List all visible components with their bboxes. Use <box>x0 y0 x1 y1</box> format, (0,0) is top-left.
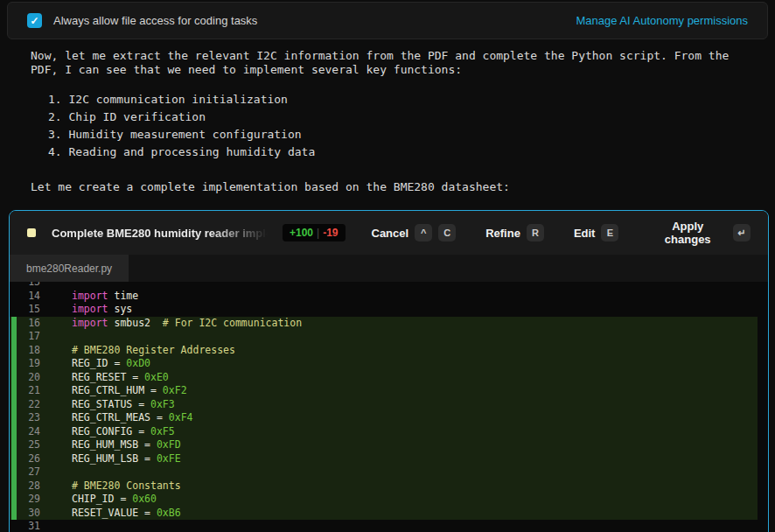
code-line: 23REG_CTRL_MEAS = 0xF4 <box>10 411 758 425</box>
code-text: # BME280 Constants <box>40 480 181 494</box>
line-number: 16 <box>17 317 40 331</box>
tab-row: bme280Reader.py <box>10 255 768 282</box>
code-text: import sys <box>40 303 132 317</box>
apply-changes-button[interactable]: Apply changes ↵ <box>648 220 751 246</box>
diff-stats-badge: +100 | -19 <box>283 224 346 242</box>
line-number: 19 <box>17 357 40 371</box>
permissions-topbar: ✓ Always allow file access for coding ta… <box>7 2 768 39</box>
code-line: 26REG_HUM_LSB = 0xFE <box>10 452 758 466</box>
enter-key-icon: ↵ <box>733 224 751 242</box>
line-number: 18 <box>17 344 40 358</box>
code-text: # BME280 Register Addresses <box>40 344 235 358</box>
refine-button[interactable]: Refine R <box>485 224 544 242</box>
diff-separator: | <box>317 227 319 239</box>
code-line: 29CHIP_ID = 0x60 <box>10 493 758 507</box>
diff-added-count: +100 <box>290 227 313 239</box>
line-number: 31 <box>17 520 40 532</box>
list-item: 3. Humidity measurement configuration <box>48 126 750 144</box>
code-line: 17 <box>10 330 758 344</box>
code-text: REG_CTRL_HUM = 0xF2 <box>40 384 187 398</box>
message-paragraph: Now, let me extract the relevant I2C inf… <box>31 49 750 77</box>
list-item: 4. Reading and processing humidity data <box>48 144 750 161</box>
action-buttons: Cancel ^ C Refine R Edit E Apply changes… <box>372 220 751 246</box>
edit-button[interactable]: Edit E <box>574 224 619 242</box>
code-line: 24REG_CONFIG = 0xF5 <box>10 425 758 439</box>
manage-permissions-link[interactable]: Manage AI Autonomy permissions <box>576 14 748 27</box>
line-number: 17 <box>17 330 40 344</box>
ctrl-key-badge: ^ <box>415 224 432 242</box>
line-number: 24 <box>17 425 40 439</box>
code-line: 15import sys <box>10 303 758 317</box>
code-text: REG_HUM_MSB = 0xFD <box>40 438 181 452</box>
tab-bme280reader[interactable]: bme280Reader.py <box>10 255 129 282</box>
check-icon: ✓ <box>30 16 38 26</box>
line-number: 26 <box>17 452 40 466</box>
code-text <box>40 330 72 344</box>
code-line: 19REG_ID = 0xD0 <box>10 357 758 371</box>
code-line: 28# BME280 Constants <box>10 480 758 494</box>
code-text: CHIP_ID = 0x60 <box>40 493 157 507</box>
status-square-icon <box>27 228 36 237</box>
code-line: 27 <box>10 466 758 480</box>
code-line: 21REG_CTRL_HUM = 0xF2 <box>10 384 758 398</box>
task-title: Complete BME280 humidity reader implem <box>52 227 272 240</box>
r-key-badge: R <box>527 224 544 242</box>
steps-list: 1. I2C communication initialization 2. C… <box>48 91 750 161</box>
assistant-message: Now, let me extract the relevant I2C inf… <box>31 49 750 194</box>
allow-file-access-label: Always allow file access for coding task… <box>53 14 257 27</box>
line-number: 28 <box>17 480 40 494</box>
code-editor[interactable]: 1314import time15import sys16import smbu… <box>10 282 768 532</box>
code-text: RESET_VALUE = 0xB6 <box>40 507 181 521</box>
code-text <box>40 466 72 480</box>
message-paragraph: Let me create a complete implementation … <box>31 180 750 194</box>
code-line: 20REG_RESET = 0xE0 <box>10 371 758 385</box>
code-line: 16import smbus2 # For I2C communication <box>10 317 758 331</box>
line-number: 15 <box>17 303 40 317</box>
line-number: 30 <box>17 507 40 521</box>
code-text: REG_RESET = 0xE0 <box>40 371 169 385</box>
code-line: 13 <box>10 282 758 290</box>
list-item: 2. Chip ID verification <box>48 108 750 126</box>
code-line: 31 <box>10 520 758 532</box>
code-text: REG_CTRL_MEAS = 0xF4 <box>40 411 192 425</box>
code-text: REG_CONFIG = 0xF5 <box>40 425 175 439</box>
line-number: 27 <box>17 466 40 480</box>
line-number: 23 <box>17 411 40 425</box>
line-number: 29 <box>17 493 40 507</box>
list-item: 1. I2C communication initialization <box>48 91 750 108</box>
code-line: 14import time <box>10 290 758 304</box>
code-diff-panel: Complete BME280 humidity reader implem +… <box>9 210 769 532</box>
cancel-button[interactable]: Cancel ^ C <box>372 224 457 242</box>
code-text: import smbus2 # For I2C communication <box>40 317 302 331</box>
panel-header: Complete BME280 humidity reader implem +… <box>10 211 768 255</box>
code-line: 18# BME280 Register Addresses <box>10 344 758 358</box>
code-text: REG_ID = 0xD0 <box>40 357 150 371</box>
line-number: 13 <box>17 282 40 290</box>
line-number: 21 <box>17 384 40 398</box>
code-line: 30RESET_VALUE = 0xB6 <box>10 507 758 521</box>
line-number: 25 <box>17 438 40 452</box>
c-key-badge: C <box>438 224 456 242</box>
code-text <box>40 520 72 532</box>
line-number: 20 <box>17 371 40 385</box>
code-text <box>40 282 72 290</box>
allow-file-access-checkbox[interactable]: ✓ <box>27 13 42 28</box>
line-number: 22 <box>17 398 40 412</box>
code-line: 22REG_STATUS = 0xF3 <box>10 398 758 412</box>
code-text: import time <box>40 290 138 304</box>
code-lines: 1314import time15import sys16import smbu… <box>10 282 758 532</box>
code-text: REG_STATUS = 0xF3 <box>40 398 175 412</box>
line-number: 14 <box>17 290 40 304</box>
code-text: REG_HUM_LSB = 0xFE <box>40 452 181 466</box>
diff-removed-count: -19 <box>323 227 338 239</box>
code-line: 25REG_HUM_MSB = 0xFD <box>10 438 758 452</box>
e-key-badge: E <box>601 224 618 242</box>
